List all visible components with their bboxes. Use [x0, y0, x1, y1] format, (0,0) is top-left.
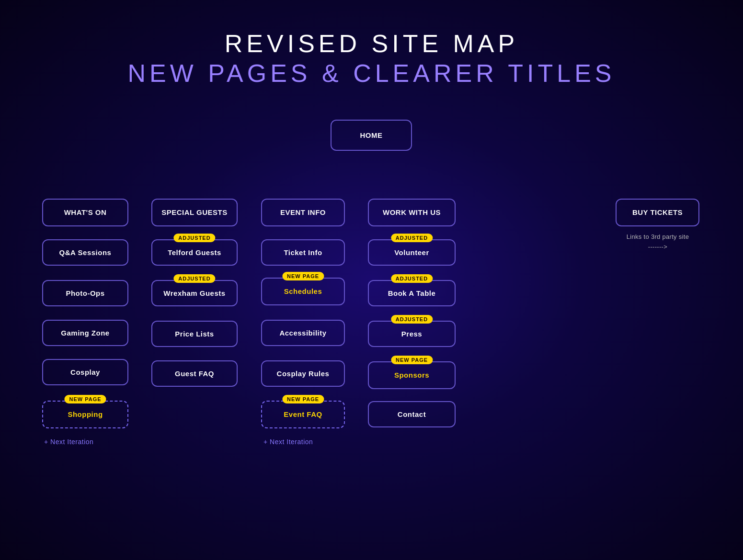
press-badge: ADJUSTED — [391, 315, 433, 324]
wrexham-badge: ADJUSTED — [173, 274, 215, 283]
sub-title: NEW PAGES & CLEARER TITLES — [0, 58, 743, 88]
shopping-node: NEW PAGE Shopping — [42, 401, 128, 428]
volunteer-node: ADJUSTED Volunteer — [368, 239, 456, 266]
telford-badge: ADJUSTED — [173, 234, 215, 242]
main-title: REVISED SITE MAP — [0, 29, 743, 58]
qa-sessions-node: Q&A Sessions — [42, 239, 128, 266]
special-guests-node: SPECIAL GUESTS — [151, 199, 238, 226]
work-with-us-node: WORK WITH US — [368, 199, 456, 226]
buy-tickets-note: Links to 3rd party site-------> — [607, 232, 708, 252]
buy-tickets-node: BUY TICKETS — [616, 199, 699, 226]
contact-node: Contact — [368, 401, 456, 427]
sponsors-node: NEW PAGE Sponsors — [368, 361, 456, 389]
event-faq-node: NEW PAGE Event FAQ — [261, 401, 345, 428]
schedules-node: NEW PAGE Schedules — [261, 278, 345, 305]
press-node: ADJUSTED Press — [368, 321, 456, 347]
accessibility-node: Accessibility — [261, 320, 345, 346]
wrexham-guests-node: ADJUSTED Wrexham Guests — [151, 280, 238, 306]
schedules-badge: NEW PAGE — [282, 272, 324, 280]
photo-ops-node: Photo-Ops — [42, 280, 128, 306]
cosplay-node: Cosplay — [42, 359, 128, 385]
event-info-node: EVENT INFO — [261, 199, 345, 226]
telford-guests-node: ADJUSTED Telford Guests — [151, 239, 238, 266]
gaming-zone-node: Gaming Zone — [42, 320, 128, 346]
book-a-table-node: ADJUSTED Book A Table — [368, 280, 456, 306]
shopping-next-iteration: + Next Iteration — [44, 438, 93, 446]
shopping-badge: NEW PAGE — [64, 395, 106, 403]
sponsors-badge: NEW PAGE — [391, 356, 433, 364]
price-lists-node: Price Lists — [151, 321, 238, 347]
event-faq-next-iteration: + Next Iteration — [263, 438, 313, 446]
home-node: HOME — [331, 120, 412, 151]
cosplay-rules-node: Cosplay Rules — [261, 360, 345, 387]
book-a-table-badge: ADJUSTED — [391, 274, 433, 283]
event-faq-badge: NEW PAGE — [282, 395, 324, 403]
ticket-info-node: Ticket Info — [261, 239, 345, 266]
guest-faq-node: Guest FAQ — [151, 360, 238, 387]
volunteer-badge: ADJUSTED — [391, 234, 433, 242]
whats-on-node: WHAT'S ON — [42, 199, 128, 226]
